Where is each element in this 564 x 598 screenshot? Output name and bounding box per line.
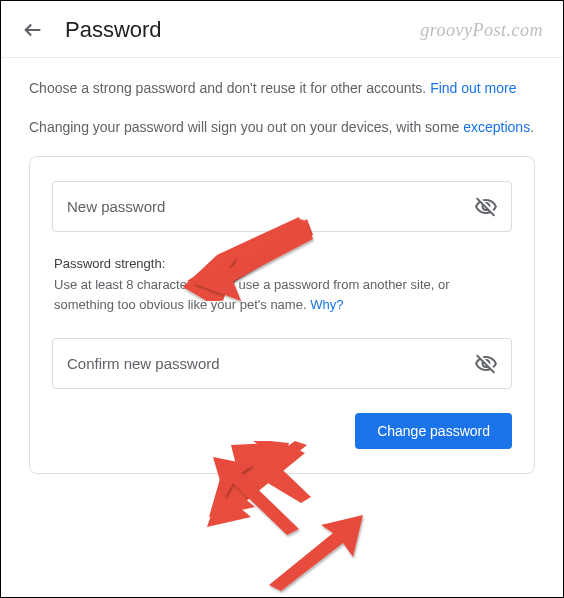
- find-out-more-link[interactable]: Find out more: [430, 80, 516, 96]
- intro-paragraph-2: Changing your password will sign you out…: [29, 117, 535, 138]
- password-card: Password strength: Use at least 8 charac…: [29, 156, 535, 474]
- intro-text-1: Choose a strong password and don't reuse…: [29, 80, 430, 96]
- why-link[interactable]: Why?: [310, 297, 343, 312]
- intro-text-2b: .: [530, 119, 534, 135]
- strength-text: Use at least 8 characters. Don't use a p…: [54, 275, 512, 314]
- back-arrow-icon[interactable]: [21, 18, 45, 42]
- strength-text-a: Use at least 8 characters. Don't use a p…: [54, 277, 450, 312]
- strength-section: Password strength: Use at least 8 charac…: [52, 256, 512, 314]
- strength-title: Password strength:: [54, 256, 512, 271]
- button-row: Change password: [52, 413, 512, 449]
- new-password-input[interactable]: [52, 181, 512, 232]
- confirm-password-input[interactable]: [52, 338, 512, 389]
- watermark: groovyPost.com: [420, 20, 543, 41]
- header-left: Password: [21, 17, 162, 43]
- intro-text-2a: Changing your password will sign you out…: [29, 119, 463, 135]
- intro-paragraph-1: Choose a strong password and don't reuse…: [29, 78, 535, 99]
- new-password-wrapper: [52, 181, 512, 232]
- page-title: Password: [65, 17, 162, 43]
- change-password-button[interactable]: Change password: [355, 413, 512, 449]
- toggle-visibility-icon[interactable]: [474, 352, 498, 376]
- confirm-password-wrapper: [52, 338, 512, 389]
- toggle-visibility-icon[interactable]: [474, 195, 498, 219]
- annotation-arrow-icon: [269, 515, 363, 591]
- exceptions-link[interactable]: exceptions: [463, 119, 530, 135]
- content: Choose a strong password and don't reuse…: [1, 58, 563, 494]
- header: Password groovyPost.com: [1, 1, 563, 58]
